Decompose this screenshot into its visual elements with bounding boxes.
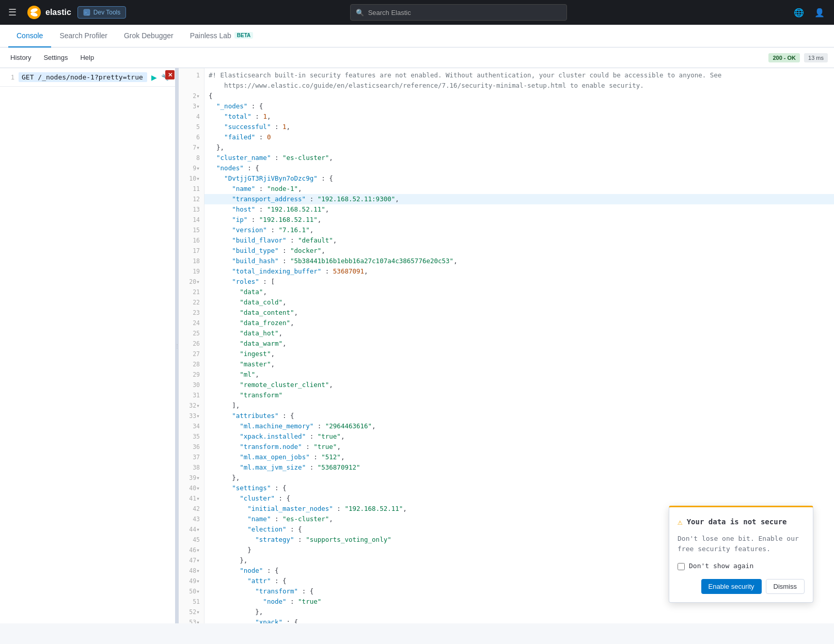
line-num-24: 24: [179, 318, 204, 328]
status-badge: 200 - OK: [768, 53, 800, 62]
code-line-24: "data_frozen",: [204, 318, 834, 328]
dev-tools-button[interactable]: >_ Dev Tools: [77, 6, 126, 19]
line-num-33[interactable]: 33▾: [179, 411, 204, 421]
warning-icon: ⚠: [678, 516, 683, 529]
tab-painless-lab[interactable]: Painless Lab BETA: [182, 25, 262, 47]
line-num-22: 22: [179, 297, 204, 308]
help-button[interactable]: Help: [76, 52, 98, 63]
line-num-14: 14: [179, 215, 204, 225]
line-num-28: 28: [179, 359, 204, 369]
line-num-16: 16: [179, 235, 204, 246]
main-content: 1 GET /_nodes/node-1?pretty=true ▶ 🔧 ✕ ⋮…: [0, 68, 834, 623]
tab-grok-debugger[interactable]: Grok Debugger: [116, 25, 182, 47]
line-num-44[interactable]: 44▾: [179, 524, 204, 535]
globe-icon-button[interactable]: 🌐: [791, 4, 807, 21]
line-num-5: 5: [179, 122, 204, 132]
code-line-17: "build_type" : "docker",: [204, 246, 834, 256]
line-num-50[interactable]: 50▾: [179, 586, 204, 597]
elastic-logo-icon: [27, 5, 41, 20]
line-num-15: 15: [179, 225, 204, 235]
code-line-15: "version" : "7.16.1",: [204, 225, 834, 235]
line-num-31: 31: [179, 390, 204, 400]
code-line-10: "DvtjjGT3RjiVByn7oDzc9g" : {: [204, 173, 834, 184]
toolbar: History Settings Help 200 - OK 13 ms: [0, 47, 834, 68]
line-num-48[interactable]: 48▾: [179, 566, 204, 576]
line-num-47[interactable]: 47▾: [179, 555, 204, 566]
output-panel[interactable]: 1 2▾ 3▾ 4 5 6 7▾ 8 9▾ 10▾ 11 12 13 14 15…: [179, 68, 834, 623]
enable-security-button[interactable]: Enable security: [701, 579, 762, 594]
line-num-18: 18: [179, 256, 204, 266]
beta-badge: BETA: [234, 32, 253, 39]
line-num-4: 4: [179, 111, 204, 122]
popup-body-text: Don't lose one bit. Enable our free secu…: [678, 534, 805, 554]
line-num-30: 30: [179, 380, 204, 390]
line-num-45: 45: [179, 535, 204, 545]
tab-console[interactable]: Console: [8, 25, 51, 47]
settings-button[interactable]: Settings: [39, 52, 72, 63]
line-num-20[interactable]: 20▾: [179, 277, 204, 287]
code-line-16: "build_flavor" : "default",: [204, 235, 834, 246]
code-line-33: "attributes" : {: [204, 411, 834, 421]
user-icon-button[interactable]: 👤: [811, 4, 828, 21]
code-line-38: "ml.max_jvm_size" : "536870912": [204, 462, 834, 473]
line-num-41[interactable]: 41▾: [179, 493, 204, 504]
line-num-32[interactable]: 32▾: [179, 400, 204, 411]
dont-show-again-checkbox[interactable]: [678, 563, 685, 570]
line-num-46[interactable]: 46▾: [179, 545, 204, 555]
code-line-2: {: [204, 91, 834, 101]
line-num-37: 37: [179, 452, 204, 462]
code-line-31: "transform": [204, 390, 834, 400]
code-line-19: "total_indexing_buffer" : 53687091,: [204, 266, 834, 277]
response-time-badge: 13 ms: [804, 53, 828, 62]
line-num-40[interactable]: 40▾: [179, 483, 204, 493]
line-num-7[interactable]: 7▾: [179, 142, 204, 153]
code-line-25: "data_hot",: [204, 328, 834, 339]
hamburger-button[interactable]: ☰: [6, 5, 19, 20]
line-num-49[interactable]: 49▾: [179, 576, 204, 586]
line-num-53[interactable]: 53▾: [179, 617, 204, 623]
code-line-26: "data_warm",: [204, 339, 834, 349]
dont-show-again-label[interactable]: Don't show again: [689, 561, 753, 572]
code-line-53: "xpack" : {: [204, 617, 834, 623]
popup-title-text: Your data is not secure: [687, 516, 787, 527]
code-line-6: "failed" : 0: [204, 132, 834, 142]
code-line-20: "roles" : [: [204, 277, 834, 287]
editor-query-input[interactable]: GET /_nodes/node-1?pretty=true: [19, 72, 147, 82]
line-num-26: 26: [179, 339, 204, 349]
line-num-35: 35: [179, 431, 204, 442]
code-line-40: "settings" : {: [204, 483, 834, 493]
line-num-42: 42: [179, 504, 204, 514]
search-bar[interactable]: 🔍 Search Elastic: [350, 4, 567, 21]
line-num-25: 25: [179, 328, 204, 339]
line-num-3[interactable]: 3▾: [179, 101, 204, 111]
line-num-9[interactable]: 9▾: [179, 163, 204, 173]
line-num-43: 43: [179, 514, 204, 524]
line-num-12: 12: [179, 194, 204, 204]
dismiss-button[interactable]: Dismiss: [766, 579, 805, 594]
code-line-37: "ml.max_open_jobs" : "512",: [204, 452, 834, 462]
tab-search-profiler[interactable]: Search Profiler: [51, 25, 116, 47]
line-num-52[interactable]: 52▾: [179, 607, 204, 617]
search-bar-container: 🔍 Search Elastic: [132, 4, 784, 21]
dev-tools-icon: >_: [83, 9, 90, 16]
line-num-blank: [179, 81, 204, 91]
code-line-29: "ml",: [204, 369, 834, 380]
play-button[interactable]: ▶: [151, 73, 157, 82]
line-num-34: 34: [179, 421, 204, 431]
line-num-13: 13: [179, 204, 204, 215]
code-line-22: "data_cold",: [204, 297, 834, 308]
line-num-38: 38: [179, 462, 204, 473]
nav-right-icons: 🌐 👤: [791, 4, 828, 21]
elastic-brand-name: elastic: [45, 8, 71, 17]
line-num-19: 19: [179, 266, 204, 277]
line-numbers-column: 1 2▾ 3▾ 4 5 6 7▾ 8 9▾ 10▾ 11 12 13 14 15…: [179, 68, 204, 623]
history-button[interactable]: History: [6, 52, 35, 63]
close-query-button[interactable]: ✕: [165, 70, 175, 79]
line-num-10[interactable]: 10▾: [179, 173, 204, 184]
code-line-39: },: [204, 473, 834, 483]
line-num-39[interactable]: 39▾: [179, 473, 204, 483]
code-line-18: "build_hash" : "5b38441b16b1ebb16a27c107…: [204, 256, 834, 266]
popup-buttons-row: Enable security Dismiss: [678, 579, 805, 594]
line-num-2[interactable]: 2▾: [179, 91, 204, 101]
code-line-11: "name" : "node-1",: [204, 184, 834, 194]
